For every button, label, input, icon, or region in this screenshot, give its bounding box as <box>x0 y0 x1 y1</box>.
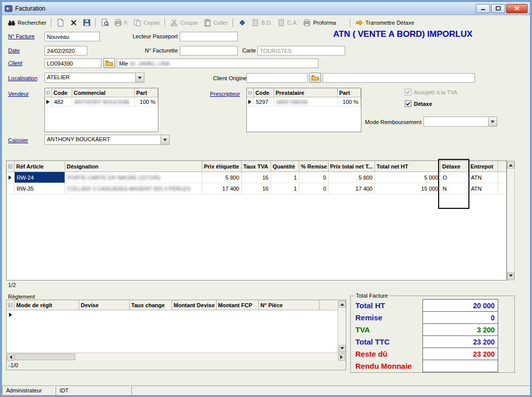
client-code-input[interactable]: LO094390 <box>44 59 101 68</box>
copier-button: Copier <box>131 17 162 28</box>
copier-label: Copier <box>143 20 159 26</box>
scroll-down-button[interactable] <box>507 272 514 279</box>
close-button[interactable] <box>506 4 527 13</box>
arrow-left-icon <box>8 355 12 359</box>
lecteur-passeport-input[interactable] <box>180 32 238 41</box>
article-remise-cell[interactable]: 0 <box>299 172 329 183</box>
assujetti-tva-label: Assujetti à la TVA <box>414 89 457 95</box>
prescripteur-code-cell[interactable]: 5297 <box>254 97 274 106</box>
caissier-dropdown-button[interactable] <box>161 135 169 144</box>
scrollbar-thumb[interactable] <box>15 354 75 360</box>
mode-remboursement-label: Mode Remboursement <box>357 119 421 125</box>
client-label: Client <box>8 60 22 66</box>
scissors-icon <box>170 19 178 27</box>
prescripteur-row[interactable]: 5297 SAID NADIA 100 % <box>247 97 361 106</box>
new-document-button[interactable] <box>54 17 67 28</box>
vendeur-name-cell[interactable]: ANTHONY BOUCKAE <box>72 97 135 106</box>
scroll-up-button[interactable] <box>507 161 514 168</box>
reglement-grid: Mode de règlt Devise Taux change Montant… <box>6 300 346 370</box>
ca-button: C.A. <box>275 17 300 28</box>
caissier-label: Caissier <box>8 137 28 143</box>
client-origine-name-input[interactable] <box>323 73 475 83</box>
localisation-dropdown-button[interactable] <box>135 73 144 82</box>
prescripteur-header-prestataire: Prestataire <box>274 88 338 97</box>
reglement-empty-body[interactable] <box>7 310 338 353</box>
paste-icon <box>203 19 211 27</box>
article-total-net-ht-cell[interactable]: 5 000 <box>375 172 441 183</box>
article-prix-etiquette-cell[interactable]: 5 800 <box>202 172 242 183</box>
reglement-header-mode: Mode de règlt <box>15 300 79 310</box>
prescripteur-part-cell[interactable]: 100 % <box>338 97 361 106</box>
article-quantite-cell[interactable]: 1 <box>271 172 299 183</box>
grid-corner-icon <box>247 88 254 97</box>
article-taux-tva-cell[interactable]: 16 <box>242 183 271 194</box>
articles-header-ref: Réf Article <box>15 161 65 172</box>
copy-icon <box>133 19 141 27</box>
statusbar-code: IDT <box>60 387 69 393</box>
prescripteur-name-cell[interactable]: SAID NADIA <box>274 97 338 106</box>
client-name-input[interactable]: Mle EL JAMEL LINA <box>117 59 318 68</box>
special-button[interactable] <box>236 17 249 28</box>
client-origine-input[interactable] <box>246 73 308 83</box>
carte-label: Carte <box>242 47 256 53</box>
scroll-up-button[interactable] <box>339 301 346 308</box>
article-entrepot-cell[interactable]: ATN <box>469 172 498 183</box>
article-entrepot-cell[interactable]: ATN <box>469 183 498 194</box>
maximize-button[interactable] <box>491 4 505 13</box>
article-prix-total-net-cell[interactable]: 5 800 <box>329 172 375 183</box>
client-name-redacted: EL JAMEL LINA <box>130 61 170 67</box>
mode-remboursement-select[interactable] <box>423 117 497 127</box>
reglement-hscrollbar <box>7 353 346 361</box>
transmettre-detaxe-button[interactable]: Transmettre Détaxe <box>353 17 417 28</box>
article-ref-cell[interactable]: RW-24 <box>15 172 65 183</box>
localisation-select[interactable]: ATELIER <box>44 73 144 83</box>
client-lookup-button[interactable] <box>103 58 115 68</box>
mode-remboursement-dropdown-button[interactable] <box>488 117 497 126</box>
row-indicator-icon <box>247 97 254 106</box>
delete-button[interactable] <box>67 17 80 28</box>
coller-button: Coller <box>201 17 231 28</box>
minimize-button[interactable] <box>476 4 490 13</box>
client-origine-lookup-button[interactable] <box>309 73 321 83</box>
rechercher-button[interactable]: Rechercher <box>5 17 49 28</box>
article-prix-etiquette-cell[interactable]: 17 400 <box>202 183 242 194</box>
vendeur-part-cell[interactable]: 100 % <box>135 97 158 106</box>
reglement-header-piece: N° Pièce <box>259 300 320 310</box>
save-button[interactable] <box>80 17 93 28</box>
titlebar: Facturation <box>2 2 530 15</box>
preview-button[interactable] <box>98 17 112 28</box>
scroll-right-button[interactable] <box>338 354 345 361</box>
facturette-input[interactable] <box>180 46 238 55</box>
couper-label: Couper <box>180 20 198 26</box>
article-ref-cell[interactable]: RW-35 <box>15 183 65 194</box>
client-title-prefix: Mle <box>119 61 128 67</box>
article-row[interactable]: RW-24 PORTE CARTE EN NACRE (107105) 5 80… <box>7 172 506 183</box>
diamond-icon <box>238 19 246 27</box>
ca-label: C.A. <box>287 20 298 26</box>
vendeur-row[interactable]: 482 ANTHONY BOUCKAE 100 % <box>45 97 158 106</box>
article-designation-cell[interactable]: COLLIER 3 CASCADES ARGENT 925 3 PERLES <box>65 183 202 194</box>
tva-value: 3 200 <box>422 323 498 336</box>
reglement-header-devise: Devise <box>79 300 130 310</box>
proforma-button[interactable]: Proforma <box>300 17 338 28</box>
articles-header-prix-etiquette: Prix étiquette ... <box>202 161 242 172</box>
article-taux-tva-cell[interactable]: 16 <box>242 172 271 183</box>
caissier-select[interactable]: ANTHONY BOUCKAERT <box>44 135 170 145</box>
detaxe-checkbox[interactable]: Détaxe <box>405 100 432 107</box>
sales-channel-banner: ATN ( VENTE A BORD) IMPORLUX <box>333 29 472 39</box>
articles-header-quantite: Quantité <box>271 161 299 172</box>
vendeur-code-cell[interactable]: 482 <box>52 97 72 106</box>
carte-input[interactable]: TOURISTES <box>257 46 345 55</box>
article-row[interactable]: RW-35 COLLIER 3 CASCADES ARGENT 925 3 PE… <box>7 183 506 194</box>
article-total-net-ht-cell[interactable]: 15 000 <box>375 183 441 194</box>
scroll-left-button[interactable] <box>7 354 14 361</box>
date-input[interactable]: 24/02/2020 <box>44 46 87 55</box>
article-prix-total-net-cell[interactable]: 17 400 <box>329 183 375 194</box>
scroll-down-button[interactable] <box>339 345 346 352</box>
article-remise-cell[interactable]: 0 <box>299 183 329 194</box>
toolbar-separator <box>233 18 234 27</box>
article-designation-cell[interactable]: PORTE CARTE EN NACRE (107105) <box>65 172 202 183</box>
article-quantite-cell[interactable]: 1 <box>271 183 299 194</box>
prescripteur-header-part: Part <box>338 88 361 97</box>
facture-number-input[interactable]: Nouveau <box>44 32 100 41</box>
